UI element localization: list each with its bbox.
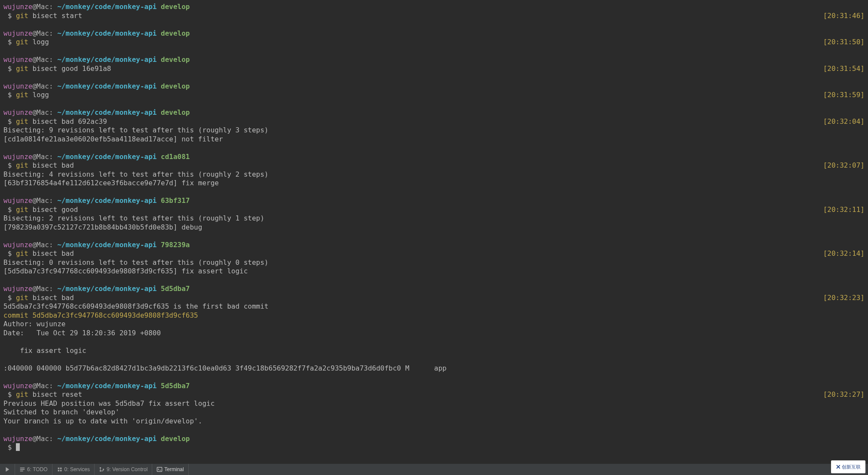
statusbar-btn-run[interactable]	[0, 464, 15, 475]
command-git: git	[16, 64, 28, 73]
output-text: Switched to branch 'develop'	[3, 408, 120, 416]
command-args: logg	[28, 38, 49, 46]
statusbar-services-label: 0: Services	[64, 466, 90, 472]
watermark-text: 创新互联	[842, 464, 861, 470]
terminal-output-line: Date: Tue Oct 29 18:20:36 2019 +0800	[3, 329, 865, 338]
prompt-path: ~/monkey/code/monkey-api	[57, 82, 156, 90]
prompt-symbol: $	[3, 117, 16, 126]
command-args: bisect bad	[28, 161, 74, 169]
command-timestamp: [20:31:46]	[817, 12, 865, 21]
terminal-command-line[interactable]: $ git bisect good[20:32:11]	[3, 205, 865, 215]
terminal-command-line[interactable]: $ git bisect good 16e91a8[20:31:54]	[3, 64, 865, 74]
prompt-host: @Mac:	[32, 55, 57, 64]
prompt-path: ~/monkey/code/monkey-api	[57, 196, 156, 205]
svg-point-1	[100, 470, 101, 472]
prompt-symbol: $	[3, 294, 16, 302]
terminal-prompt-line: wujunze@Mac: ~/monkey/code/monkey-api de…	[3, 55, 865, 64]
terminal-output-line: [5d5dba7c3fc947768cc609493de9808f3d9cf63…	[3, 267, 865, 276]
terminal-command-line[interactable]: $ git bisect bad 692ac39[20:32:04]	[3, 117, 865, 126]
svg-point-2	[103, 469, 104, 470]
output-text: Bisecting: 9 revisions left to test afte…	[3, 126, 269, 134]
output-text: Bisecting: 2 revisions left to test afte…	[3, 214, 264, 222]
prompt-host: @Mac:	[32, 82, 57, 90]
command-args: bisect reset	[28, 390, 82, 398]
command-timestamp	[817, 443, 865, 452]
terminal-output-line: Bisecting: 2 revisions left to test afte…	[3, 214, 865, 223]
command-git: git	[16, 249, 28, 257]
terminal-output-line: [cd1a0814fe21aa3e06020efb5aa4118ead17acc…	[3, 135, 865, 144]
terminal-blank-line	[3, 426, 865, 435]
terminal-output-line: Your branch is up to date with 'origin/d…	[3, 417, 865, 426]
terminal-output-line: Switched to branch 'develop'	[3, 408, 865, 417]
statusbar-vcs-label: 9: Version Control	[107, 466, 147, 472]
command-timestamp: [20:31:54]	[817, 64, 865, 74]
output-text: Bisecting: 4 revisions left to test afte…	[3, 170, 269, 178]
terminal-viewport[interactable]: wujunze@Mac: ~/monkey/code/monkey-api de…	[0, 0, 868, 452]
prompt-user: wujunze	[3, 196, 32, 205]
terminal-output-line: Bisecting: 0 revisions left to test afte…	[3, 258, 865, 267]
prompt-symbol: $	[3, 390, 16, 398]
prompt-symbol: $	[3, 205, 16, 214]
prompt-path: ~/monkey/code/monkey-api	[57, 29, 156, 37]
terminal-blank-line	[3, 144, 865, 153]
prompt-path: ~/monkey/code/monkey-api	[57, 3, 156, 11]
command-timestamp: [20:32:11]	[817, 205, 865, 215]
terminal-prompt-line: wujunze@Mac: ~/monkey/code/monkey-api de…	[3, 435, 865, 444]
prompt-user: wujunze	[3, 285, 32, 293]
terminal-command-line[interactable]: $	[3, 443, 865, 452]
prompt-user: wujunze	[3, 435, 32, 443]
output-text: [cd1a0814fe21aa3e06020efb5aa4118ead17acc…	[3, 135, 223, 143]
prompt-host: @Mac:	[32, 285, 57, 293]
terminal-command-line[interactable]: $ git bisect reset[20:32:27]	[3, 390, 865, 399]
command-timestamp: [20:32:04]	[817, 117, 865, 126]
terminal-prompt-line: wujunze@Mac: ~/monkey/code/monkey-api 63…	[3, 196, 865, 205]
terminal-output-line: Bisecting: 4 revisions left to test afte…	[3, 170, 865, 179]
terminal-blank-line	[3, 73, 865, 82]
terminal-command-line[interactable]: $ git bisect bad[20:32:14]	[3, 249, 865, 258]
terminal-prompt-line: wujunze@Mac: ~/monkey/code/monkey-api 79…	[3, 241, 865, 250]
prompt-branch: 5d5dba7	[161, 285, 190, 293]
terminal-prompt-line: wujunze@Mac: ~/monkey/code/monkey-api cd…	[3, 153, 865, 162]
terminal-command-line[interactable]: $ git bisect bad[20:32:07]	[3, 161, 865, 170]
watermark-logo: ✕创新互联	[831, 460, 865, 473]
terminal-output-line: fix assert logic	[3, 346, 865, 355]
prompt-symbol: $	[3, 12, 16, 20]
command-git: git	[16, 161, 28, 169]
statusbar-btn-todo[interactable]: 6: TODO	[15, 464, 52, 475]
terminal-command-line[interactable]: $ git logg[20:31:59]	[3, 91, 865, 100]
terminal-blank-line	[3, 20, 865, 29]
prompt-user: wujunze	[3, 108, 32, 116]
command-args: bisect bad	[28, 249, 74, 257]
statusbar-btn-vcs[interactable]: 9: Version Control	[95, 464, 152, 475]
prompt-symbol: $	[3, 249, 16, 257]
command-timestamp: [20:32:14]	[817, 249, 865, 258]
prompt-host: @Mac:	[32, 196, 57, 205]
command-args: bisect bad	[28, 294, 74, 302]
command-args: bisect good	[28, 205, 78, 214]
terminal-blank-line	[3, 47, 865, 56]
output-text: [798239a0397c52127c721b8b84bb430b5fd0e83…	[3, 223, 202, 231]
terminal-command-line[interactable]: $ git bisect bad[20:32:23]	[3, 294, 865, 303]
prompt-user: wujunze	[3, 241, 32, 249]
terminal-command-line[interactable]: $ git logg[20:31:50]	[3, 38, 865, 47]
statusbar-btn-services[interactable]: 0: Services	[52, 464, 95, 475]
output-text: commit 5d5dba7c3fc947768cc609493de9808f3…	[3, 311, 198, 319]
output-text: 5d5dba7c3fc947768cc609493de9808f3d9cf635…	[3, 302, 269, 310]
terminal-command-line[interactable]: $ git bisect start[20:31:46]	[3, 12, 865, 21]
terminal-output-line: [63bf3176854a4fe112d612cee3f6bacce9e77e7…	[3, 179, 865, 188]
statusbar-btn-terminal[interactable]: Terminal	[152, 464, 188, 475]
terminal-cursor	[16, 443, 20, 451]
command-git: git	[16, 12, 28, 20]
terminal-prompt-line: wujunze@Mac: ~/monkey/code/monkey-api de…	[3, 82, 865, 91]
terminal-output-line: [798239a0397c52127c721b8b84bb430b5fd0e83…	[3, 223, 865, 232]
command-args: logg	[28, 91, 49, 99]
prompt-user: wujunze	[3, 29, 32, 37]
statusbar-terminal-label: Terminal	[164, 466, 184, 472]
command-timestamp: [20:32:23]	[817, 294, 865, 303]
prompt-branch: develop	[161, 29, 190, 37]
command-git: git	[16, 91, 28, 99]
terminal-output-line: Bisecting: 9 revisions left to test afte…	[3, 126, 865, 135]
output-text: :040000 040000 b5d77b6ac82d8427d1bc3a9db…	[3, 364, 447, 372]
terminal-output-line: 5d5dba7c3fc947768cc609493de9808f3d9cf635…	[3, 302, 865, 311]
statusbar-todo-label: 6: TODO	[27, 466, 48, 472]
